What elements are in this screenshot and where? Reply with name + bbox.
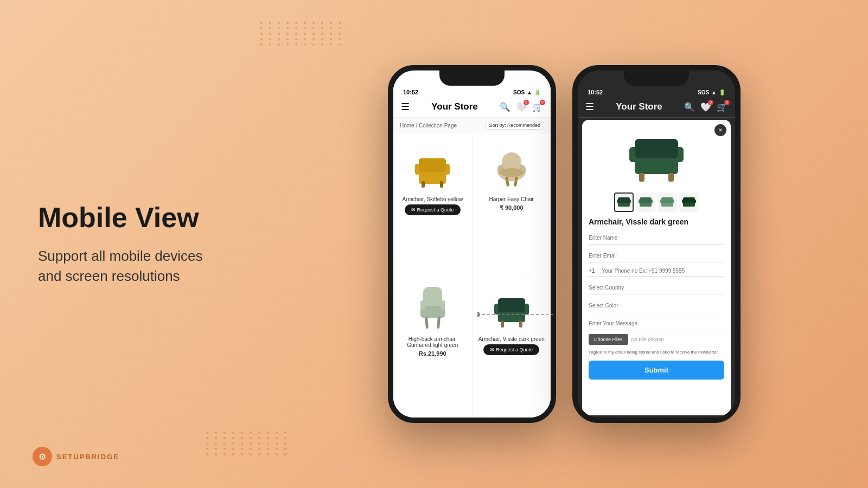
svg-rect-17: [441, 300, 445, 310]
color-input[interactable]: [589, 303, 724, 309]
file-upload-row: Choose Files No File chosen: [589, 334, 724, 345]
form-field-name: [589, 230, 724, 245]
phone-notch-dark: [624, 70, 689, 86]
country-code: +1: [589, 268, 598, 274]
svg-rect-43: [661, 197, 673, 203]
navbar-icons-dark: 🔍 🤍 0 🛒 0: [684, 102, 727, 112]
product-price-2: ₹ 90,000: [500, 204, 524, 211]
dots-top-decoration: [260, 22, 344, 46]
modal-header: ×: [582, 120, 731, 190]
wishlist-icon-light[interactable]: 🤍 0: [516, 102, 527, 112]
wifi-icon-dark: ▲: [711, 89, 717, 95]
product-card-2: Harper Easy Chair ₹ 90,000: [473, 133, 551, 273]
thumb-2[interactable]: [636, 192, 655, 212]
quote-button-1[interactable]: ✉ Request a Quote: [405, 204, 461, 215]
navbar-dark: ☰ Your Store 🔍 🤍 0 🛒 0: [578, 97, 735, 118]
navbar-icons-light: 🔍 🤍 0 🛒 0: [500, 102, 543, 112]
consent-text: I agree to my email being stored and use…: [589, 349, 724, 355]
country-input[interactable]: [589, 285, 724, 291]
svg-rect-4: [422, 181, 425, 188]
no-file-text: No File chosen: [631, 337, 664, 342]
product-image-3: [398, 279, 468, 333]
chair-beige-svg: [490, 143, 533, 189]
thumb-3[interactable]: [658, 192, 677, 212]
menu-icon-light[interactable]: ☰: [401, 101, 410, 113]
status-bar-light: 10:52 SOS ▲ 🔋: [393, 86, 551, 97]
menu-icon-dark[interactable]: ☰: [585, 101, 594, 113]
phone-light-content: 10:52 SOS ▲ 🔋 ☰ Your Store 🔍 🤍 0 🛒 0: [393, 86, 551, 418]
svg-rect-22: [501, 321, 504, 328]
cart-badge-light: 0: [540, 100, 545, 105]
time-light: 10:52: [403, 89, 418, 95]
svg-rect-29: [635, 139, 678, 158]
wishlist-icon-dark[interactable]: 🤍 0: [700, 102, 711, 112]
product-card-1: Armchair, Skiftebo yellow ✉ Request a Qu…: [393, 133, 472, 273]
form-field-country: [589, 280, 724, 294]
svg-rect-23: [519, 321, 522, 328]
chair-dark-green-svg: [490, 283, 533, 329]
chair-light-green-svg: [415, 281, 450, 330]
search-icon-dark[interactable]: 🔍: [684, 102, 695, 112]
svg-rect-14: [425, 317, 429, 329]
message-input[interactable]: [589, 320, 724, 326]
battery-icon-dark: 🔋: [719, 89, 725, 95]
sort-dropdown[interactable]: Sort by: Recommended: [485, 121, 544, 130]
phone-light: 10:52 SOS ▲ 🔋 ☰ Your Store 🔍 🤍 0 🛒 0: [388, 65, 556, 423]
wifi-icon-light: ▲: [527, 89, 532, 95]
svg-rect-35: [618, 197, 630, 203]
product-card-3: High-back armchair, Gunnared light green…: [393, 273, 472, 418]
cart-icon-light[interactable]: 🛒 0: [532, 102, 543, 112]
phone-input[interactable]: [602, 268, 724, 274]
sos-icon-light: SOS: [513, 89, 525, 95]
svg-point-9: [500, 168, 524, 177]
product-name-4: Armchair, Vissle dark green: [478, 336, 545, 342]
product-price-3: Rs.21,990: [419, 350, 446, 357]
name-input[interactable]: [589, 235, 724, 241]
submit-button[interactable]: Submit: [589, 361, 724, 380]
thumb-4[interactable]: [679, 192, 699, 212]
modal-product-image: [624, 125, 689, 185]
search-icon-light[interactable]: 🔍: [500, 102, 510, 112]
status-bar-dark: 10:52 SOS ▲ 🔋: [578, 86, 735, 97]
svg-rect-16: [420, 300, 425, 310]
product-thumbnails: [582, 190, 731, 214]
breadcrumb-bar: Home / Collection Page Sort by: Recommen…: [393, 118, 551, 133]
product-image-1: [398, 139, 468, 193]
product-name-2: Harper Easy Chair: [489, 196, 534, 202]
wishlist-badge-dark: 0: [708, 100, 713, 105]
brand-icon: ⚙: [33, 447, 52, 466]
store-title-light: Your Store: [431, 101, 478, 112]
product-name-1: Armchair, Skiftebo yellow: [402, 196, 463, 202]
close-button[interactable]: ×: [714, 124, 726, 136]
sos-icon-dark: SOS: [698, 89, 709, 95]
cart-badge-dark: 0: [724, 100, 730, 105]
svg-rect-31: [668, 173, 674, 182]
thumb-1[interactable]: [614, 192, 634, 212]
phone-dark-content: 10:52 SOS ▲ 🔋 ☰ Your Store 🔍 🤍 0 🛒 0: [578, 86, 735, 418]
product-image-2: [477, 139, 547, 193]
left-section: Mobile View Support all mobile devicesan…: [0, 170, 260, 318]
form-field-color: [589, 298, 724, 312]
modal-card: × Armchair, Vi: [582, 120, 731, 415]
status-icons-light: SOS ▲ 🔋: [513, 89, 541, 95]
form-field-email: [589, 248, 724, 262]
form-field-message: [589, 316, 724, 330]
breadcrumb-text: Home / Collection Page: [400, 123, 457, 129]
product-image-4: [477, 279, 547, 333]
svg-rect-47: [683, 197, 695, 203]
svg-rect-30: [639, 173, 644, 182]
phones-container: 10:52 SOS ▲ 🔋 ☰ Your Store 🔍 🤍 0 🛒 0: [260, 49, 868, 439]
cart-icon-dark[interactable]: 🛒 0: [717, 102, 727, 112]
status-icons-dark: SOS ▲ 🔋: [698, 89, 725, 95]
chair-yellow-svg: [411, 143, 454, 189]
time-dark: 10:52: [588, 89, 603, 95]
main-title: Mobile View: [38, 202, 222, 233]
svg-rect-15: [437, 317, 441, 329]
choose-files-button[interactable]: Choose Files: [589, 334, 628, 345]
email-input[interactable]: [589, 253, 724, 259]
product-name-3: High-back armchair, Gunnared light green: [398, 336, 468, 348]
product-grid: Armchair, Skiftebo yellow ✉ Request a Qu…: [393, 133, 551, 418]
svg-rect-39: [640, 197, 652, 203]
quote-button-4[interactable]: ✉ Request a Quote: [483, 344, 539, 355]
brand-text: SETUPBRIDGE: [56, 453, 119, 461]
